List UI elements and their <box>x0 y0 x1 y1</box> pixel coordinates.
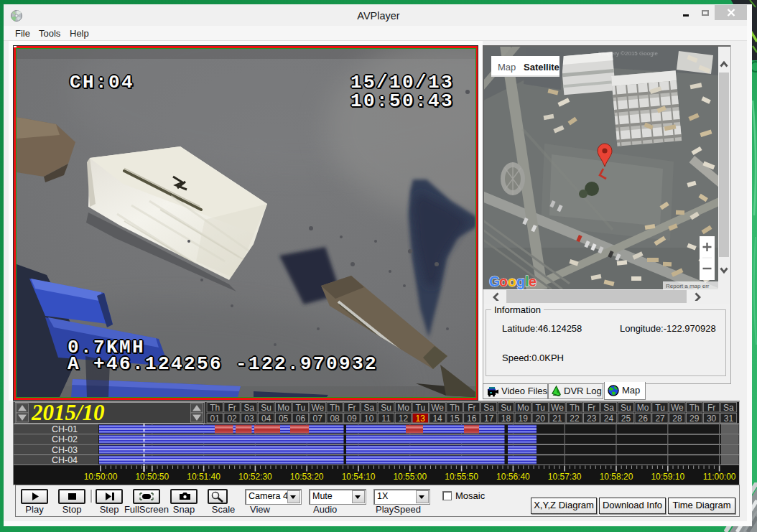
svg-text:16: 16 <box>467 414 477 424</box>
svg-text:08: 08 <box>330 414 340 424</box>
svg-text:Sa: Sa <box>483 403 494 413</box>
svg-text:Su: Su <box>261 403 271 413</box>
svg-text:Mo: Mo <box>277 403 289 413</box>
svg-text:09: 09 <box>347 414 357 424</box>
svg-text:10:55:50: 10:55:50 <box>445 472 478 482</box>
svg-text:Su: Su <box>381 403 391 413</box>
svg-text:Tu: Tu <box>296 403 306 413</box>
svg-text:We: We <box>671 403 684 413</box>
svg-text:18: 18 <box>501 414 511 424</box>
svg-text:10:53:20: 10:53:20 <box>290 472 324 482</box>
svg-text:03: 03 <box>244 414 254 424</box>
svg-text:24: 24 <box>604 414 614 424</box>
svg-text:Th: Th <box>450 403 460 413</box>
svg-text:Fr: Fr <box>228 403 236 413</box>
svg-text:04: 04 <box>261 414 271 424</box>
svg-text:2015/10: 2015/10 <box>31 402 105 425</box>
svg-text:Sa: Sa <box>244 403 255 413</box>
svg-text:We: We <box>551 403 564 413</box>
svg-text:o: o <box>499 274 508 289</box>
svg-text:21: 21 <box>552 414 562 424</box>
svg-text:G: G <box>489 274 500 289</box>
svg-text:06: 06 <box>296 414 306 424</box>
svg-text:CH-02: CH-02 <box>52 434 78 444</box>
svg-text:We: We <box>431 403 444 413</box>
svg-text:10:51:40: 10:51:40 <box>187 472 220 482</box>
svg-text:10:57:30: 10:57:30 <box>548 472 582 482</box>
svg-text:Tu: Tu <box>416 403 426 413</box>
svg-text:07: 07 <box>313 414 323 424</box>
svg-text:10:50:00: 10:50:00 <box>84 472 118 482</box>
svg-text:31: 31 <box>724 414 734 424</box>
svg-text:28: 28 <box>672 414 682 424</box>
svg-text:Fr: Fr <box>707 403 715 413</box>
svg-text:25: 25 <box>621 414 631 424</box>
svg-text:30: 30 <box>707 414 717 424</box>
svg-text:10:55:00: 10:55:00 <box>393 472 427 482</box>
svg-text:05: 05 <box>279 414 289 424</box>
svg-text:Mo: Mo <box>637 403 649 413</box>
svg-text:g: g <box>516 274 525 289</box>
svg-text:19: 19 <box>519 414 529 424</box>
svg-text:Su: Su <box>621 403 631 413</box>
svg-text:10:59:10: 10:59:10 <box>651 472 684 482</box>
svg-text:10:54:10: 10:54:10 <box>342 472 376 482</box>
svg-text:Sa: Sa <box>363 403 374 413</box>
svg-text:Fr: Fr <box>468 403 475 413</box>
svg-text:CH-03: CH-03 <box>52 445 78 455</box>
svg-text:10:52:30: 10:52:30 <box>238 472 272 482</box>
svg-text:20: 20 <box>536 414 546 424</box>
svg-text:23: 23 <box>587 414 597 424</box>
svg-text:Th: Th <box>210 403 220 413</box>
svg-text:10:56:40: 10:56:40 <box>496 472 530 482</box>
svg-text:11: 11 <box>381 414 391 424</box>
svg-text:17: 17 <box>484 414 494 424</box>
svg-text:Su: Su <box>501 403 511 413</box>
svg-text:10:50:50: 10:50:50 <box>135 472 169 482</box>
svg-text:CH-04: CH-04 <box>52 455 78 465</box>
svg-text:11:00:00: 11:00:00 <box>703 472 736 482</box>
svg-text:22: 22 <box>570 414 580 424</box>
svg-text:Th: Th <box>570 403 580 413</box>
svg-text:29: 29 <box>689 414 700 424</box>
svg-text:Fr: Fr <box>348 403 356 413</box>
svg-text:14: 14 <box>432 414 442 424</box>
svg-text:01: 01 <box>210 414 220 424</box>
svg-text:Sa: Sa <box>603 403 614 413</box>
svg-text:o: o <box>508 274 516 289</box>
svg-text:Report a map err: Report a map err <box>666 283 710 289</box>
svg-text:02: 02 <box>227 414 237 424</box>
svg-text:We: We <box>311 403 324 413</box>
svg-text:12: 12 <box>399 414 409 424</box>
svg-text:Fr: Fr <box>588 403 595 413</box>
svg-text:e: e <box>529 274 537 289</box>
svg-text:Th: Th <box>689 403 700 413</box>
svg-text:15: 15 <box>450 414 460 424</box>
svg-text:10: 10 <box>364 414 374 424</box>
svg-text:Sa: Sa <box>723 403 734 413</box>
svg-text:Th: Th <box>330 403 340 413</box>
svg-text:Tu: Tu <box>535 403 545 413</box>
svg-text:Satellite: Satellite <box>524 62 559 73</box>
svg-text:Imagery ©2015 Google: Imagery ©2015 Google <box>598 50 658 57</box>
svg-text:CH-01: CH-01 <box>52 424 78 434</box>
svg-text:Tu: Tu <box>655 403 665 413</box>
svg-text:13: 13 <box>416 414 426 424</box>
svg-text:26: 26 <box>638 414 649 424</box>
svg-text:27: 27 <box>655 414 665 424</box>
svg-text:10:58:20: 10:58:20 <box>600 472 633 482</box>
svg-text:Map: Map <box>498 62 516 73</box>
svg-text:Mo: Mo <box>517 403 529 413</box>
svg-text:Mo: Mo <box>397 403 409 413</box>
